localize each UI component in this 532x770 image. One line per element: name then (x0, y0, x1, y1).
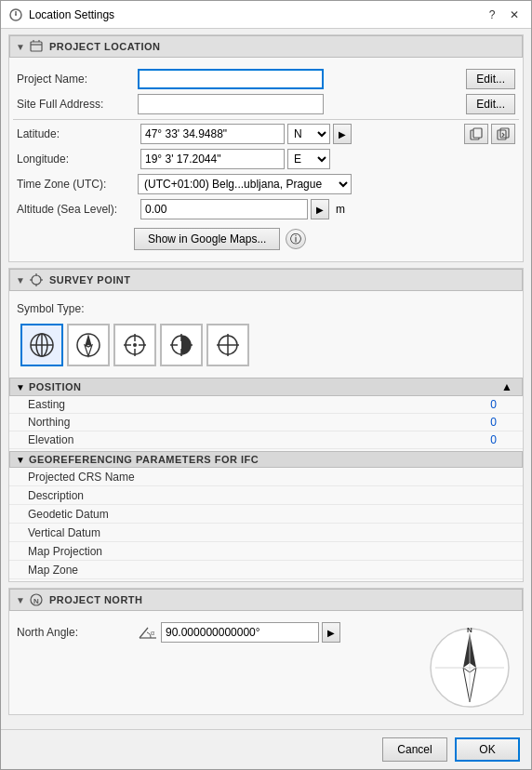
symbol-thincross-button[interactable] (206, 324, 249, 366)
north-angle-input[interactable] (161, 622, 319, 643)
dialog-icon (8, 7, 23, 22)
georef-zone-row: Map Zone (9, 561, 523, 579)
project-location-header[interactable]: ▼ PROJECT LOCATION (9, 35, 523, 58)
copy-from-button[interactable] (464, 124, 488, 144)
svg-point-11 (32, 275, 41, 285)
arrow-symbol-icon (73, 330, 103, 360)
dialog-title: Location Settings (29, 8, 483, 21)
edit-site-address-button[interactable]: Edit... (466, 94, 515, 114)
symbol-crosshair-button[interactable] (113, 324, 156, 366)
svg-rect-3 (31, 42, 42, 51)
latitude-label: Latitude: (17, 127, 138, 140)
collapse-arrow-project: ▼ (16, 42, 25, 52)
project-name-input[interactable] (138, 69, 324, 89)
compass-rose: N (428, 626, 512, 710)
georef-vertical-row: Vertical Datum (9, 524, 523, 542)
elevation-label: Elevation (28, 433, 478, 446)
georef-crs-row: Projected CRS Name (9, 468, 523, 486)
position-scroll-up[interactable]: ▲ (498, 380, 516, 393)
longitude-direction-select[interactable]: E W (287, 149, 330, 169)
georef-collapse-arrow: ▼ (16, 455, 25, 465)
easting-value: 0 (478, 398, 515, 411)
timezone-select[interactable]: (UTC+01:00) Belg...ubljana, Prague (138, 174, 352, 194)
copy-from-icon (470, 127, 483, 140)
north-content: North Angle: α ▶ (13, 622, 519, 712)
timezone-label: Time Zone (UTC): (17, 178, 138, 191)
svg-line-40 (140, 628, 148, 638)
georef-geodetic-row: Geodetic Datum (9, 505, 523, 524)
georef-header[interactable]: ▼ GEOREFERENCING PARAMETERS FOR IFC (9, 451, 523, 468)
google-maps-row: Show in Google Maps... ⓘ (13, 224, 519, 254)
site-address-label: Site Full Address: (17, 98, 138, 111)
latitude-direction-select[interactable]: N S (287, 124, 330, 144)
northing-label: Northing (28, 416, 478, 429)
georef-subsection: ▼ GEOREFERENCING PARAMETERS FOR IFC Proj… (9, 451, 523, 579)
collapse-arrow-north: ▼ (16, 595, 25, 605)
altitude-label: Altitude (Sea Level): (17, 203, 138, 216)
north-angle-area: North Angle: α ▶ (13, 622, 428, 647)
survey-point-section: ▼ SURVEY POINT Symbol Type: (8, 268, 524, 582)
angle-icon: α (138, 625, 158, 640)
scroll-area[interactable]: ▼ PROJECT LOCATION Project Name: (1, 29, 531, 729)
position-collapse-arrow: ▼ (16, 382, 25, 392)
ok-button[interactable]: OK (455, 737, 520, 762)
position-subsection: ▼ POSITION ▲ Easting 0 Northing 0 (9, 378, 523, 449)
survey-icon (29, 272, 44, 287)
longitude-input[interactable] (140, 149, 285, 169)
georef-projection-row: Map Projection (9, 542, 523, 561)
georef-desc-row: Description (9, 486, 523, 505)
symbol-arrow-button[interactable] (67, 324, 110, 366)
collapse-arrow-survey: ▼ (16, 275, 25, 285)
survey-point-title: SURVEY POINT (49, 274, 131, 285)
site-address-row: Site Full Address: Edit... (13, 94, 519, 114)
svg-rect-8 (473, 128, 482, 138)
project-name-label: Project Name: (17, 73, 138, 86)
timezone-row: Time Zone (UTC): (UTC+01:00) Belg...ublj… (13, 174, 519, 194)
google-maps-button[interactable]: Show in Google Maps... (134, 228, 280, 250)
north-angle-toggle[interactable]: ▶ (322, 622, 340, 643)
location-icon (29, 39, 44, 54)
svg-point-28 (133, 343, 137, 347)
georef-geodetic-label: Geodetic Datum (28, 508, 422, 521)
svg-marker-22 (85, 345, 92, 356)
symbol-globe-button[interactable] (20, 324, 63, 366)
altitude-unit: m (336, 203, 345, 216)
survey-point-body: Symbol Type: (9, 297, 523, 378)
elevation-row: Elevation 0 (9, 431, 523, 449)
north-angle-input-group: α ▶ (138, 622, 340, 643)
close-button[interactable]: ✕ (505, 6, 524, 24)
survey-point-header[interactable]: ▼ SURVEY POINT (9, 269, 523, 291)
crosshair-symbol-icon (120, 330, 150, 360)
project-location-title: PROJECT LOCATION (49, 41, 161, 52)
latitude-swap-button[interactable]: ▶ (333, 124, 352, 144)
project-location-body: Project Name: Edit... Site Full Address:… (9, 63, 523, 261)
altitude-unit-toggle[interactable]: ▶ (311, 199, 329, 219)
location-settings-dialog: Location Settings ? ✕ ▼ PROJECT LOCATION (0, 0, 532, 770)
easting-label: Easting (28, 398, 478, 411)
project-location-section: ▼ PROJECT LOCATION Project Name: (8, 34, 524, 262)
symbol-half-button[interactable] (160, 324, 203, 366)
project-north-body: North Angle: α ▶ (9, 617, 523, 714)
copy-to-button[interactable] (491, 124, 515, 144)
cancel-button[interactable]: Cancel (382, 737, 447, 762)
georef-title: GEOREFERENCING PARAMETERS FOR IFC (29, 454, 259, 465)
project-north-header[interactable]: ▼ N PROJECT NORTH (9, 589, 523, 611)
position-header[interactable]: ▼ POSITION ▲ (9, 378, 523, 396)
latitude-input[interactable] (140, 124, 285, 144)
symbol-type-label: Symbol Type: (17, 302, 138, 315)
position-rows: Easting 0 Northing 0 Elevation 0 (9, 396, 523, 449)
georef-zone-label: Map Zone (28, 564, 422, 577)
altitude-input[interactable] (140, 199, 308, 219)
north-icon: N (29, 592, 44, 607)
site-address-input[interactable] (138, 94, 324, 114)
project-north-title: PROJECT NORTH (49, 594, 143, 605)
elevation-value: 0 (478, 433, 515, 446)
northing-value: 0 (478, 416, 515, 429)
thincross-symbol-icon (213, 330, 243, 360)
north-angle-row: North Angle: α ▶ (13, 622, 428, 643)
info-button[interactable]: ⓘ (286, 229, 306, 249)
edit-project-name-button[interactable]: Edit... (466, 69, 515, 89)
dialog-content: ▼ PROJECT LOCATION Project Name: (1, 29, 531, 769)
svg-point-2 (15, 14, 17, 16)
help-button[interactable]: ? (483, 6, 501, 24)
